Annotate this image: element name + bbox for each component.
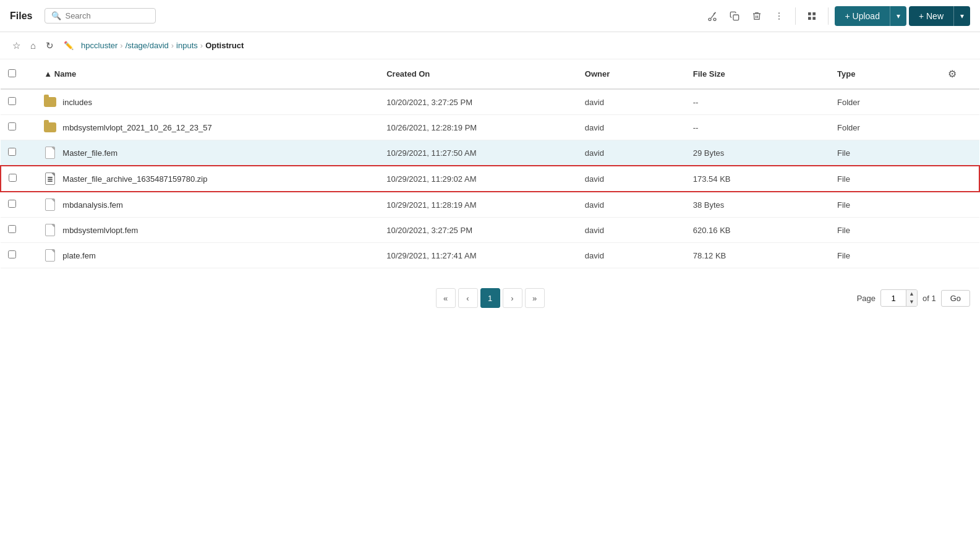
header-created-on[interactable]: Created On <box>379 59 577 89</box>
row-name-cell: Master_file.fem <box>36 140 379 166</box>
app-title: Files <box>10 11 32 22</box>
svg-point-1 <box>714 18 716 20</box>
row-checkbox[interactable] <box>9 174 17 182</box>
folder-icon <box>44 97 56 107</box>
svg-point-6 <box>778 12 780 14</box>
svg-point-0 <box>709 18 711 20</box>
file-icon <box>45 224 55 236</box>
page-last-button[interactable]: » <box>525 288 545 308</box>
file-icon <box>45 198 55 211</box>
row-type-cell: Folder <box>830 115 938 140</box>
header-owner[interactable]: Owner <box>577 59 686 89</box>
copy-button[interactable] <box>725 7 744 25</box>
more-options-button[interactable] <box>769 7 789 25</box>
new-dropdown-arrow[interactable]: ▾ <box>954 7 970 25</box>
row-size-cell: 29 Bytes <box>686 140 830 166</box>
file-icon <box>45 147 55 159</box>
breadcrumb-sep-1: › <box>171 41 174 50</box>
breadcrumb-part-2[interactable]: inputs <box>176 41 198 50</box>
cut-button[interactable] <box>702 7 722 25</box>
grid-view-button[interactable] <box>802 7 822 25</box>
header-type[interactable]: Type <box>830 59 938 89</box>
row-checkbox[interactable] <box>8 225 16 233</box>
page-next-button[interactable]: › <box>503 288 522 308</box>
header-name-label: ▲ Name <box>44 69 76 79</box>
row-gear-cell <box>938 243 979 268</box>
header-name[interactable]: ▲ Name <box>36 59 379 89</box>
svg-rect-12 <box>813 17 816 20</box>
refresh-button[interactable]: ↻ <box>43 38 56 54</box>
row-checkbox[interactable] <box>8 122 16 130</box>
file-name[interactable]: Master_file_archive_1635487159780.zip <box>62 174 207 184</box>
select-all-checkbox[interactable] <box>8 69 16 77</box>
file-name[interactable]: Master_file.fem <box>62 148 117 158</box>
row-owner-cell: david <box>577 243 686 268</box>
page-first-button[interactable]: « <box>436 288 456 308</box>
pagination-bar: « ‹ 1 › » Page ▲ ▼ of 1 Go <box>0 278 980 318</box>
edit-button[interactable]: ✏️ <box>61 38 76 53</box>
row-type-cell: File <box>830 140 938 166</box>
row-size-cell: -- <box>686 115 830 140</box>
file-name[interactable]: mbdsystemlvlopt.fem <box>62 226 138 235</box>
row-size-cell: -- <box>686 89 830 115</box>
row-checkbox[interactable] <box>8 200 16 208</box>
page-spin-up[interactable]: ▲ <box>906 290 917 298</box>
table-row: mbdsystemlvlopt_2021_10_26_12_23_57 10/2… <box>1 115 979 140</box>
file-name[interactable]: mbdsystemlvlopt_2021_10_26_12_23_57 <box>62 123 211 132</box>
file-name[interactable]: plate.fem <box>62 251 95 260</box>
delete-button[interactable] <box>747 7 767 25</box>
home-button[interactable]: ⌂ <box>28 38 38 53</box>
breadcrumb-part-1[interactable]: /stage/david <box>126 41 169 50</box>
page-prev-button[interactable]: ‹ <box>458 288 478 308</box>
row-name-cell: Master_file_archive_1635487159780.zip <box>36 166 379 192</box>
svg-rect-9 <box>808 12 811 15</box>
row-size-cell: 78.12 KB <box>686 243 830 268</box>
upload-dropdown-arrow[interactable]: ▾ <box>890 7 906 25</box>
file-table: ▲ Name Created On Owner File Size Type ⚙ <box>0 59 980 268</box>
page-spin-down[interactable]: ▼ <box>906 298 917 306</box>
row-name-cell: plate.fem <box>36 243 379 268</box>
zip-icon <box>45 173 55 185</box>
breadcrumb-sep-0: › <box>120 41 122 50</box>
row-checkbox-cell <box>1 115 36 140</box>
row-name-cell: includes <box>36 89 379 115</box>
table-row: Master_file.fem 10/29/2021, 11:27:50 AM … <box>1 140 979 166</box>
page-of-label: of 1 <box>922 294 936 303</box>
file-table-body: includes 10/20/2021, 3:27:25 PM david --… <box>1 89 979 268</box>
row-gear-cell <box>938 218 979 243</box>
search-input[interactable] <box>65 11 145 20</box>
page-label: Page <box>857 294 876 303</box>
new-label: + New <box>909 6 954 26</box>
header-gear-cell: ⚙ <box>938 59 979 89</box>
file-icon-wrap <box>44 249 56 262</box>
breadcrumb-bar: ☆ ⌂ ↻ ✏️ hpccluster › /stage/david › inp… <box>0 32 980 59</box>
row-owner-cell: david <box>577 89 686 115</box>
page-current-button[interactable]: 1 <box>480 288 500 308</box>
folder-icon <box>44 122 56 132</box>
row-created-cell: 10/26/2021, 12:28:19 PM <box>379 115 577 140</box>
svg-point-8 <box>778 18 780 19</box>
row-checkbox-cell <box>1 243 36 268</box>
breadcrumb-part-0[interactable]: hpccluster <box>81 41 117 50</box>
page-input[interactable] <box>881 291 906 305</box>
row-name-cell: mbdsystemlvlopt.fem <box>36 218 379 243</box>
row-checkbox[interactable] <box>8 250 16 258</box>
row-gear-cell <box>938 89 979 115</box>
header-gear-button[interactable]: ⚙ <box>945 66 959 82</box>
upload-button[interactable]: + Upload ▾ <box>835 6 906 26</box>
header-file-size[interactable]: File Size <box>686 59 830 89</box>
page-go-button[interactable]: Go <box>941 290 970 307</box>
svg-rect-11 <box>808 17 811 20</box>
file-name[interactable]: mbdanalysis.fem <box>62 200 123 210</box>
row-created-cell: 10/20/2021, 3:27:25 PM <box>379 218 577 243</box>
row-checkbox[interactable] <box>8 97 16 105</box>
new-button[interactable]: + New ▾ <box>909 6 970 26</box>
row-created-cell: 10/29/2021, 11:28:19 AM <box>379 192 577 218</box>
breadcrumb-sep-2: › <box>200 41 203 50</box>
row-checkbox[interactable] <box>8 148 16 156</box>
file-icon-wrap <box>44 173 56 185</box>
file-name[interactable]: includes <box>62 98 92 107</box>
search-box: 🔍 <box>45 8 156 23</box>
favorite-button[interactable]: ☆ <box>10 38 23 54</box>
row-gear-cell <box>938 115 979 140</box>
